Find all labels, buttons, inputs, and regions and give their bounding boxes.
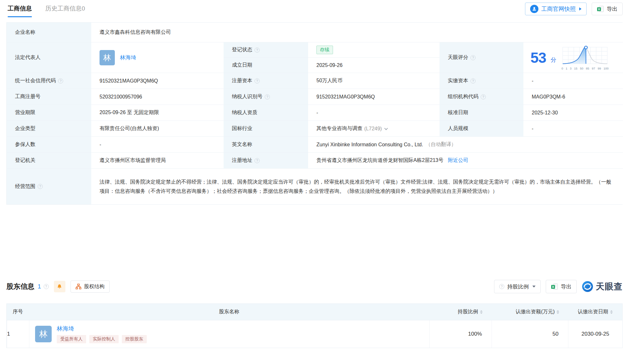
- english-name-label: 英文名称: [224, 137, 308, 153]
- insured-count: -: [100, 142, 101, 148]
- uscc-value: 91520321MAG0P3QM6Q: [91, 73, 224, 89]
- label-text: 登记状态: [232, 47, 252, 53]
- equity-structure-button[interactable]: 股权结构: [70, 280, 110, 293]
- shareholders-count: 1: [38, 283, 41, 290]
- english-name: Zunyi Xinbinke Information Consulting Co…: [316, 142, 423, 148]
- business-scope: 法律、法规、国务院决定规定禁止的不得经营；法律、法规、国务院决定规定应当许可（审…: [100, 173, 613, 200]
- label-text: 企业类型: [15, 125, 35, 132]
- tab-business-info[interactable]: 工商信息: [8, 4, 32, 17]
- amount-cell: 50: [492, 320, 568, 348]
- export-button[interactable]: 导出: [592, 3, 623, 15]
- bell-icon: [57, 284, 62, 289]
- export-label: 导出: [607, 5, 618, 13]
- score-value-cell: 53 分: [523, 42, 623, 73]
- help-icon[interactable]: [481, 94, 486, 99]
- taxpayer-id-label: 纳税人识别号: [224, 89, 308, 105]
- column-header-amount[interactable]: 认缴出资额(万元): [492, 304, 568, 320]
- help-icon[interactable]: [58, 78, 63, 84]
- registered-address: 贵州省遵义市播州区龙坑街道侨龙财智国际A栋2层213号: [316, 157, 443, 164]
- score-axis-tick: 85: [586, 67, 589, 70]
- reg-authority-value: 遵义市播州区市场监督管理局: [91, 153, 224, 169]
- label-text: 法定代表人: [15, 54, 41, 61]
- label-text: 注册地址: [232, 157, 252, 164]
- tianyancha-logo-icon: [582, 281, 593, 292]
- label-text: 经营范围: [15, 183, 35, 190]
- establish-date-value: 2025-09-26: [308, 58, 440, 73]
- label-text: 登记机关: [15, 157, 35, 164]
- reg-capital-label: 注册资本: [224, 73, 308, 89]
- label-text: 成立日期: [232, 62, 252, 69]
- shareholders-title: 股东信息: [6, 282, 34, 291]
- legal-rep-value: 林 林海埼: [91, 42, 224, 73]
- english-name-value: Zunyi Xinbinke Information Consulting Co…: [308, 137, 623, 153]
- paid-capital-value: -: [523, 73, 623, 89]
- excel-icon: [551, 283, 558, 290]
- legal-rep-link[interactable]: 林海埼: [120, 54, 136, 61]
- reg-status-label: 登记状态: [224, 42, 308, 58]
- insured-count-label: 参保人数: [7, 137, 91, 153]
- insured-count-value: -: [91, 137, 224, 153]
- legal-rep-avatar[interactable]: 林: [100, 50, 115, 65]
- address-label: 注册地址: [224, 153, 308, 169]
- column-header-index: 序号: [7, 304, 29, 320]
- biz-term-value: 2025-09-26 至 无固定期限: [91, 105, 224, 121]
- help-icon[interactable]: [470, 55, 476, 60]
- row-index-cell: 1: [7, 320, 29, 348]
- label-text: 天眼评分: [448, 54, 468, 61]
- score-axis-tick: 99: [598, 67, 601, 70]
- export-shareholders-button[interactable]: 导出: [546, 280, 577, 293]
- score-axis-tick: 3: [570, 67, 572, 70]
- sort-icon[interactable]: [480, 310, 483, 314]
- column-header-ratio[interactable]: 持股比例: [429, 304, 492, 320]
- help-icon[interactable]: [255, 158, 260, 163]
- industry-label: 国标行业: [224, 121, 308, 137]
- ratio-filter-label: 持股比例: [507, 283, 529, 290]
- shareholders-table: 序号 股东名称 持股比例 认缴出资额(万元) 认缴出资日期 1 林 林海埼 受益…: [6, 303, 623, 348]
- column-header-date[interactable]: 认缴出资日期: [568, 304, 622, 320]
- sort-icon[interactable]: [557, 310, 559, 314]
- nearby-companies-link[interactable]: 附近公司: [448, 157, 468, 164]
- help-icon[interactable]: [470, 78, 476, 84]
- reg-number: 520321000957096: [100, 94, 142, 100]
- reg-capital: 50万人民币: [316, 77, 343, 84]
- label-text: 工商注册号: [15, 93, 41, 100]
- taxpayer-id: 91520321MAG0P3QM6Q: [316, 94, 375, 100]
- score-distribution-chart: 0 1 3 15 50 85 97 99 100: [561, 45, 609, 70]
- company-name-value: 遵义市鑫犇科信息咨询有限公司: [91, 23, 623, 42]
- label-text: 核准日期: [448, 109, 468, 116]
- monitor-bell-button[interactable]: [54, 281, 65, 292]
- tab-history-business-info[interactable]: 历史工商信息0: [45, 4, 85, 17]
- reg-authority: 遵义市播州区市场监督管理局: [100, 157, 166, 164]
- label-text: 英文名称: [232, 141, 252, 148]
- shareholder-name-link[interactable]: 林海埼: [57, 325, 74, 332]
- uscc-label: 统一社会信用代码: [7, 73, 91, 89]
- official-snapshot-button[interactable]: 工商官网快照: [525, 3, 587, 15]
- sort-icon[interactable]: [610, 310, 613, 314]
- shareholder-tags: 受益所有人 实际控制人 控股股东: [57, 335, 147, 343]
- approval-date: 2025-12-30: [532, 110, 558, 116]
- score-axis-tick: 100: [603, 67, 609, 70]
- date-cell: 2030-09-25: [568, 320, 622, 348]
- taxpayer-qual-label: 纳税人资质: [224, 105, 308, 121]
- shareholder-avatar[interactable]: 林: [35, 326, 52, 342]
- help-icon[interactable]: [265, 94, 270, 99]
- legal-rep-label: 法定代表人: [7, 42, 91, 73]
- industry-code: (L7249): [364, 126, 382, 132]
- label-text: 营业期限: [15, 109, 35, 116]
- org-code: MAG0P3QM-6: [532, 94, 565, 100]
- org-code-label: 组织机构代码: [440, 89, 523, 105]
- chevron-down-icon[interactable]: [384, 126, 388, 130]
- help-icon[interactable]: [44, 284, 49, 289]
- biz-term: 2025-09-26 至 无固定期限: [100, 109, 159, 116]
- help-icon[interactable]: [38, 184, 43, 189]
- shareholder: 林 林海埼 受益所有人 实际控制人 控股股东: [29, 320, 147, 348]
- establish-date-label: 成立日期: [224, 58, 308, 73]
- help-icon[interactable]: [255, 47, 260, 53]
- help-icon[interactable]: [255, 78, 260, 84]
- status-badge: 存续: [316, 46, 333, 54]
- uscc-code: 91520321MAG0P3QM6Q: [100, 78, 158, 84]
- equity-structure-label: 股权结构: [84, 283, 105, 290]
- industry-value[interactable]: 其他专业咨询与调查 (L7249): [308, 121, 440, 137]
- ratio-filter-button[interactable]: 持股比例: [494, 280, 541, 293]
- tag-controlling-shareholder: 控股股东: [122, 335, 147, 343]
